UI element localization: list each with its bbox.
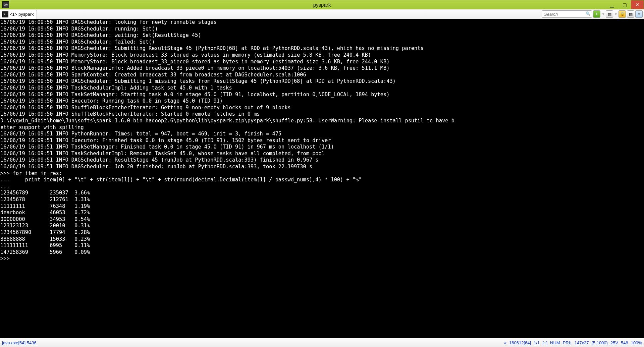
new-tab-dropdown[interactable]: ▾	[601, 12, 605, 16]
tab-bar: >_ <1> pyspark 🔍 + ▾ ▤ ▾ 🔒 ▤ ≡	[0, 9, 644, 19]
status-voltage: 25V	[610, 340, 618, 345]
status-pri: PRI↕	[563, 340, 572, 345]
status-chevrons: «	[504, 340, 506, 345]
window-titlebar: ⓔ pyspark	[0, 0, 644, 9]
status-pos1: 160612[64]	[509, 340, 531, 345]
terminal-output[interactable]: 16/06/19 16:09:50 INFO DAGScheduler: loo…	[0, 19, 644, 338]
status-dims: 147x37	[575, 340, 589, 345]
search-wrap: 🔍	[542, 10, 592, 18]
view-button[interactable]: ▤	[627, 10, 634, 18]
status-zoom[interactable]: 100%	[631, 340, 642, 345]
app-icon: ⓔ	[2, 1, 9, 8]
lock-button[interactable]: 🔒	[619, 10, 626, 18]
status-right: « 160612[64] 1/1 [+] NUM PRI↕ 147x37 (5,…	[504, 340, 642, 345]
window-buttons	[605, 0, 644, 9]
maximize-button[interactable]	[618, 0, 631, 9]
status-plus: [+]	[542, 340, 547, 345]
status-bar: java.exe[64]:5436 « 160612[64] 1/1 [+] N…	[0, 338, 644, 347]
terminal-icon: >_	[2, 11, 8, 17]
tab-label: <1> pyspark	[10, 12, 34, 17]
process-label: java.exe[64]:5436	[2, 340, 37, 345]
minimize-button[interactable]	[605, 0, 618, 9]
search-icon[interactable]: 🔍	[586, 11, 591, 16]
close-button[interactable]	[631, 0, 644, 9]
status-pos2: 1/1	[534, 340, 540, 345]
tab-pyspark[interactable]: >_ <1> pyspark	[1, 10, 37, 19]
status-col: 548	[621, 340, 628, 345]
window-mode-dropdown[interactable]: ▾	[614, 12, 618, 16]
window-title: pyspark	[313, 2, 331, 8]
search-input[interactable]	[542, 10, 592, 18]
window-mode-button[interactable]: ▤	[606, 10, 613, 18]
status-cursor: (5,1000)	[591, 340, 607, 345]
toolbar-right: 🔍 + ▾ ▤ ▾ 🔒 ▤ ≡	[542, 10, 644, 18]
menu-button[interactable]: ≡	[635, 10, 643, 18]
updown-icon: ↕	[570, 341, 572, 345]
new-tab-button[interactable]: +	[593, 10, 600, 18]
status-num: NUM	[550, 340, 560, 345]
